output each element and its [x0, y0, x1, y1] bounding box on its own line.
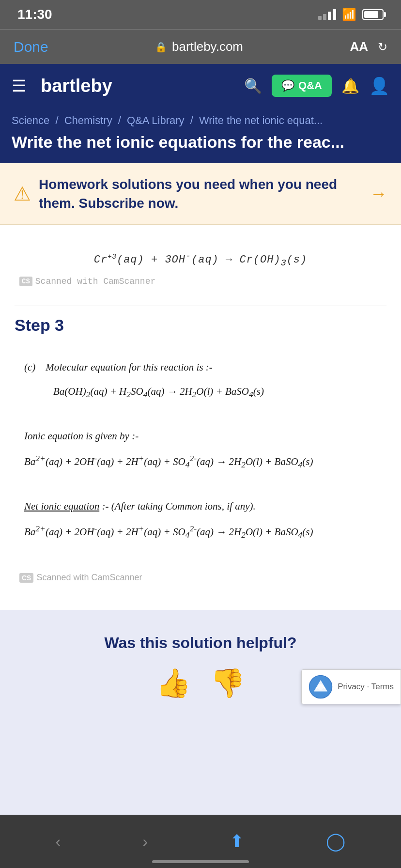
lock-icon: 🔒 [155, 41, 167, 53]
warning-icon: ⚠ [14, 183, 31, 205]
share-button[interactable]: ⬆ [230, 831, 244, 852]
recaptcha-badge: Privacy · Terms [301, 669, 401, 704]
signal-icon [318, 9, 336, 20]
hamburger-menu-button[interactable]: ☰ [12, 76, 26, 95]
notifications-button[interactable]: 🔔 [341, 78, 359, 94]
hw-line-6: Ba2+(aq) + 2OH-(aq) + 2H+(aq) + SO42-(aq… [24, 519, 377, 544]
hw-line-4: Ba2+(aq) + 2OH-(aq) + 2H+(aq) + SO42-(aq… [24, 449, 377, 474]
forward-button[interactable]: › [142, 833, 148, 851]
thumbs-down-button[interactable]: 👎 [210, 666, 245, 699]
equation-block-top: Cr+3(aq) + 3OH-(aq) → Cr(OH)3(s) CS Scan… [15, 234, 386, 296]
helpful-title: Was this solution helpful? [15, 634, 386, 652]
done-button[interactable]: Done [14, 39, 48, 55]
breadcrumb: Science / Chemistry / Q&A Library / Writ… [12, 114, 389, 127]
page-title-section: Write the net ionic equations for the re… [0, 130, 401, 163]
browser-bar: Done 🔒 bartleby.com AA ↻ [0, 29, 401, 64]
recaptcha-logo [308, 675, 333, 699]
hw-line-3: Ionic equation is given by :- [24, 425, 377, 447]
hw-line-1: (c) Molecular equation for this reaction… [24, 356, 377, 378]
refresh-button[interactable]: ↻ [378, 40, 387, 54]
arrow-icon: → [370, 184, 387, 204]
user-profile-button[interactable]: 👤 [369, 76, 389, 95]
camscanner-tag-1: CS Scanned with CamScanner [19, 277, 382, 286]
browser-actions: AA ↻ [350, 39, 387, 54]
url-text[interactable]: bartleby.com [172, 39, 243, 54]
compass-button[interactable]: ◯ [326, 831, 345, 852]
thumbs-up-button[interactable]: 👍 [156, 666, 191, 699]
brand-logo: bartleby [41, 76, 234, 96]
divider-1 [15, 306, 386, 306]
breadcrumb-chemistry[interactable]: Chemistry [64, 114, 112, 126]
hw-line-5: Net ionic equation :- (After taking Comm… [24, 495, 377, 517]
qa-button[interactable]: 💬 Q&A [272, 75, 332, 97]
home-indicator [152, 860, 249, 863]
wifi-icon: 📶 [342, 8, 356, 21]
navbar: ☰ bartleby 🔍 💬 Q&A 🔔 👤 [0, 64, 401, 108]
page-title: Write the net ionic equations for the re… [12, 133, 389, 152]
breadcrumb-science[interactable]: Science [12, 114, 49, 126]
breadcrumb-current: Write the net ionic equat... [199, 114, 323, 126]
chat-icon: 💬 [281, 79, 294, 92]
subscription-banner[interactable]: ⚠ Homework solutions you need when you n… [0, 163, 401, 225]
text-size-button[interactable]: AA [350, 39, 368, 54]
breadcrumb-section: Science / Chemistry / Q&A Library / Writ… [0, 108, 401, 130]
search-button[interactable]: 🔍 [244, 78, 262, 94]
url-bar: 🔒 bartleby.com [155, 39, 243, 54]
svg-point-1 [318, 684, 324, 690]
status-icons: 📶 [318, 8, 384, 21]
status-time: 11:30 [17, 7, 52, 22]
back-button[interactable]: ‹ [56, 833, 61, 851]
content-area: Cr+3(aq) + 3OH-(aq) → Cr(OH)3(s) CS Scan… [0, 225, 401, 610]
banner-text: Homework solutions you need when you nee… [39, 175, 362, 213]
breadcrumb-qa-library[interactable]: Q&A Library [127, 114, 185, 126]
status-bar: 11:30 📶 [0, 0, 401, 29]
privacy-terms-link[interactable]: Privacy · Terms [338, 682, 394, 692]
hw-line-2: Ba(OH)2(aq) + H2SO4(aq) → 2H2O(l) + BaSO… [53, 380, 377, 404]
step-3-heading: Step 3 [15, 316, 386, 335]
helpful-section: Was this solution helpful? 👍 👎 [0, 610, 401, 724]
equation-cr: Cr+3(aq) + 3OH-(aq) → Cr(OH)3(s) [19, 249, 382, 272]
camscanner-tag-2: CS Scanned with CamScanner [15, 573, 386, 583]
battery-icon [362, 9, 384, 20]
step3-content: (c) Molecular equation for this reaction… [15, 349, 386, 551]
